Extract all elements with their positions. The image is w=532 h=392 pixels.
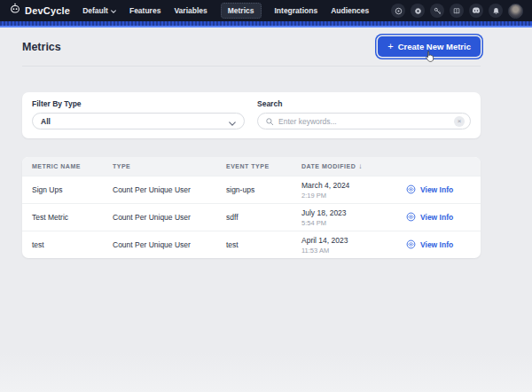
type-cell: Count Per Unique User [103, 240, 216, 249]
metrics-table: Metric Name Type Event Type Date Modifie… [22, 157, 481, 258]
gear-icon[interactable] [411, 4, 425, 18]
sort-desc-icon: ↓ [358, 162, 363, 170]
chevron-down-icon [111, 6, 116, 15]
col-header-type[interactable]: Type [103, 163, 216, 169]
togglebot-icon [9, 3, 21, 19]
discord-icon[interactable] [469, 4, 483, 18]
clear-search-icon[interactable]: × [454, 116, 465, 127]
view-info-link[interactable]: View Info [394, 239, 481, 251]
top-navbar: DevCycle Default Features Variables Metr… [0, 0, 532, 21]
type-cell: Count Per Unique User [103, 185, 216, 194]
metric-name-cell: Sign Ups [22, 185, 103, 194]
search-icon [265, 114, 274, 129]
bell-icon[interactable] [489, 4, 503, 18]
event-type-cell: sign-ups [216, 185, 292, 194]
type-cell: Count Per Unique User [103, 213, 216, 222]
table-header-row: Metric Name Type Event Type Date Modifie… [22, 157, 481, 176]
view-info-link[interactable]: View Info [394, 212, 481, 223]
filter-by-type-label: Filter By Type [32, 99, 245, 108]
event-type-cell: sdff [216, 213, 292, 222]
date-modified-cell: March 4, 2024 2:19 PM [292, 181, 394, 200]
progress-strip [0, 21, 532, 27]
header-divider [22, 66, 481, 67]
user-avatar[interactable] [508, 4, 523, 19]
search-input[interactable] [278, 117, 450, 126]
table-row: Sign Ups Count Per Unique User sign-ups … [22, 176, 481, 203]
metric-name-cell: test [22, 240, 103, 249]
filter-type-select[interactable]: All [32, 113, 245, 129]
page-header: Metrics + Create New Metric [22, 27, 481, 66]
metric-name-cell: Test Metric [22, 213, 103, 222]
nav-item-metrics[interactable]: Metrics [221, 3, 262, 19]
table-row: Test Metric Count Per Unique User sdff J… [22, 203, 481, 231]
plus-icon: + [387, 42, 393, 51]
book-icon[interactable] [450, 4, 464, 18]
devcycle-logo[interactable]: DevCycle [9, 3, 70, 19]
nav-item-default[interactable]: Default [82, 6, 116, 15]
event-type-cell: test [216, 240, 292, 249]
nav-item-audiences[interactable]: Audiences [331, 6, 369, 15]
col-header-metric-name[interactable]: Metric Name [22, 163, 103, 169]
key-icon[interactable] [430, 4, 444, 18]
filter-card: Filter By Type All Search × [22, 92, 481, 138]
create-button-label: Create New Metric [398, 42, 471, 51]
table-row: test Count Per Unique User test April 14… [22, 231, 481, 258]
date-modified-cell: July 18, 2023 5:54 PM [292, 208, 394, 227]
eye-icon [406, 239, 416, 251]
brand-name: DevCycle [25, 5, 70, 16]
eye-icon [406, 212, 416, 223]
date-modified-cell: April 14, 2023 11:53 AM [292, 236, 394, 255]
search-box: × [257, 113, 471, 129]
nav-icon-buttons [391, 4, 523, 19]
search-label: Search [257, 99, 471, 108]
filter-type-value: All [41, 117, 229, 126]
nav-item-variables[interactable]: Variables [174, 6, 207, 15]
col-header-date-modified[interactable]: Date Modified ↓ [292, 162, 394, 170]
col-header-event-type[interactable]: Event Type [216, 163, 292, 169]
chevron-down-icon [229, 114, 236, 129]
target-icon[interactable] [391, 4, 405, 18]
nav-items: Default Features Variables Metrics Integ… [82, 3, 369, 19]
nav-item-features[interactable]: Features [129, 6, 160, 15]
eye-icon [406, 184, 416, 196]
metrics-page: DevCycle Default Features Variables Metr… [0, 0, 532, 392]
page-title: Metrics [22, 41, 61, 53]
view-info-link[interactable]: View Info [394, 184, 481, 196]
create-new-metric-button[interactable]: + Create New Metric [378, 36, 481, 57]
nav-item-integrations[interactable]: Integrations [275, 6, 318, 15]
